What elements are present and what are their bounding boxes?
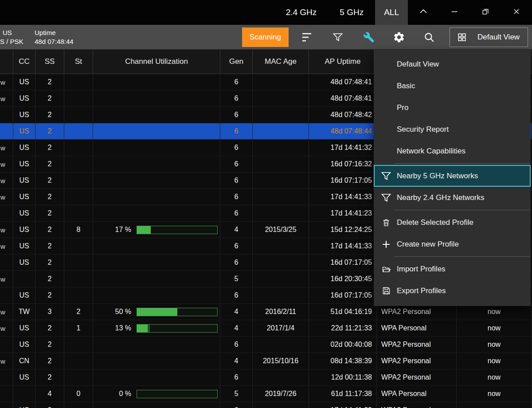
- menu-item-default-view[interactable]: Default View: [374, 53, 531, 75]
- menu-item-security-report[interactable]: Security Report: [374, 118, 531, 140]
- cell-edge: [0, 386, 13, 402]
- cell-uptime: 15d 12:24:25: [309, 222, 377, 238]
- cell-ss: 2: [35, 271, 64, 287]
- collapse-ribbon-button[interactable]: [408, 0, 439, 25]
- cell-st: [64, 337, 93, 353]
- cell-gen: 4: [220, 222, 253, 238]
- scanning-button[interactable]: Scanning: [242, 27, 289, 47]
- cell-edge: [0, 287, 13, 303]
- cell-st: [64, 156, 93, 172]
- menu-item-delete-selected-profile[interactable]: Delete Selected Profile: [374, 212, 531, 233]
- cell-cc: [13, 386, 35, 402]
- cell-mac: [253, 337, 309, 353]
- menu-item-network-capabilities[interactable]: Network Capabilities: [374, 140, 531, 162]
- wrench-icon[interactable]: [361, 31, 376, 44]
- menu-item-label: Export Profiles: [397, 286, 446, 295]
- cell-security: WPA2 Personal: [377, 337, 457, 353]
- cell-st: [64, 402, 93, 408]
- table-row[interactable]: 400 %52019/7/2661d 11:17:38WPA Personaln…: [0, 386, 532, 402]
- table-row[interactable]: US2612d 00:11:38WPA2 Personalnow: [0, 369, 532, 386]
- minimize-button[interactable]: [439, 0, 470, 25]
- cell-mac: [253, 173, 309, 188]
- cell-ss: 2: [35, 173, 64, 188]
- menu-item-nearby-2-4-ghz-networks[interactable]: Nearby 2.4 GHz Networks: [374, 187, 531, 208]
- save-icon: [380, 285, 392, 297]
- close-icon: [512, 7, 521, 18]
- cell-cc: US: [13, 189, 35, 205]
- column-header-st[interactable]: St: [64, 50, 93, 74]
- default-view-button[interactable]: Default View: [450, 27, 528, 47]
- cell-edge: [0, 123, 13, 139]
- cell-uptime: 02d 00:40:08: [309, 337, 377, 353]
- filter-icon: [380, 192, 392, 204]
- grid-view-icon: [456, 31, 468, 43]
- band-2-4ghz[interactable]: 2.4 GHz: [274, 0, 329, 25]
- column-header-gen[interactable]: Gen: [220, 50, 253, 74]
- close-button[interactable]: [501, 0, 532, 25]
- cell-util: [93, 107, 220, 123]
- cell-edge: [0, 107, 13, 123]
- cell-cc: US: [13, 337, 35, 353]
- settings-gear-icon[interactable]: [391, 31, 407, 44]
- table-row[interactable]: wCN242015/10/1608d 14:38:39WPA2 Personal…: [0, 353, 532, 369]
- cell-mac: [253, 107, 309, 123]
- cell-cc: US: [13, 123, 35, 139]
- column-header-ap-uptime[interactable]: AP Uptime: [309, 50, 377, 74]
- cell-ss: 2: [35, 238, 64, 254]
- cell-uptime: 48d 07:48:41: [309, 90, 377, 106]
- table-row[interactable]: wUS2113 %42017/1/422d 11:21:33WPA Person…: [0, 320, 532, 337]
- cell-ss: 2: [35, 287, 64, 303]
- menu-item-export-profiles[interactable]: Export Profiles: [374, 280, 531, 302]
- menu-item-create-new-profile[interactable]: Create new Profile: [374, 233, 531, 255]
- cell-cc: US: [13, 222, 35, 238]
- menu-item-label: Security Report: [397, 125, 449, 134]
- filter-icon[interactable]: [330, 31, 345, 44]
- band-5ghz[interactable]: 5 GHz: [328, 0, 375, 25]
- sort-lines-icon[interactable]: [299, 31, 314, 44]
- table-row[interactable]: US3617d 14:41:33WPA2 Personalnow: [0, 402, 532, 408]
- column-header-mac-age[interactable]: MAC Age: [253, 50, 309, 74]
- column-header-channel-utilization[interactable]: Channel Utilization: [93, 50, 220, 74]
- menu-item-label: Delete Selected Profile: [397, 218, 473, 227]
- cell-ss: 2: [35, 337, 64, 353]
- menu-icon-placeholder: [380, 124, 392, 135]
- view-dropdown-menu: Default ViewBasicProSecurity ReportNetwo…: [374, 50, 531, 306]
- cell-mac: [253, 255, 309, 271]
- cell-security: WPA2 Personal: [377, 369, 457, 385]
- cell-seen: now: [457, 304, 532, 320]
- menu-item-pro[interactable]: Pro: [374, 97, 531, 118]
- cell-cc: US: [13, 205, 35, 221]
- restore-button[interactable]: [470, 0, 501, 25]
- cell-uptime: 16d 07:17:05: [309, 287, 377, 303]
- cell-mac: 2015/10/16: [253, 353, 309, 369]
- table-row[interactable]: US2602d 00:40:08WPA2 Personalnow: [0, 337, 532, 353]
- cell-edge: w: [0, 140, 13, 156]
- cell-util: 50 %: [93, 304, 220, 320]
- cell-uptime: 17d 14:41:33: [309, 238, 377, 254]
- cell-st: [64, 238, 93, 254]
- search-icon[interactable]: [422, 31, 437, 44]
- cell-security: WPA Personal: [377, 386, 457, 402]
- menu-item-basic[interactable]: Basic: [374, 75, 531, 97]
- utilization-bar: [137, 226, 218, 234]
- cell-util: [93, 287, 220, 303]
- table-row[interactable]: wTW3250 %42016/2/1151d 04:16:19WPA2 Pers…: [0, 304, 532, 320]
- cell-edge: [0, 402, 13, 408]
- utilization-percent: 17 %: [93, 226, 137, 234]
- menu-item-label: Create new Profile: [397, 240, 459, 249]
- cell-uptime: 48d 07:48:44: [309, 123, 377, 139]
- column-header[interactable]: [0, 50, 13, 74]
- cell-gen: 6: [220, 337, 253, 353]
- cell-st: 1: [64, 320, 93, 336]
- menu-item-label: Pro: [397, 103, 408, 112]
- cell-seen: now: [457, 369, 532, 385]
- band-all[interactable]: ALL: [375, 0, 408, 25]
- menu-item-label: Basic: [397, 82, 415, 90]
- network-info: US S / PSK: [0, 28, 23, 46]
- menu-item-import-profiles[interactable]: Import Profiles: [374, 258, 531, 280]
- uptime-value: 48d 07:48:44: [35, 37, 74, 46]
- column-header-cc[interactable]: CC: [13, 50, 35, 74]
- column-header-ss[interactable]: SS: [35, 50, 64, 74]
- menu-item-nearby-5-ghz-networks[interactable]: Nearby 5 GHz Networks: [374, 165, 531, 187]
- cell-mac: [253, 189, 309, 205]
